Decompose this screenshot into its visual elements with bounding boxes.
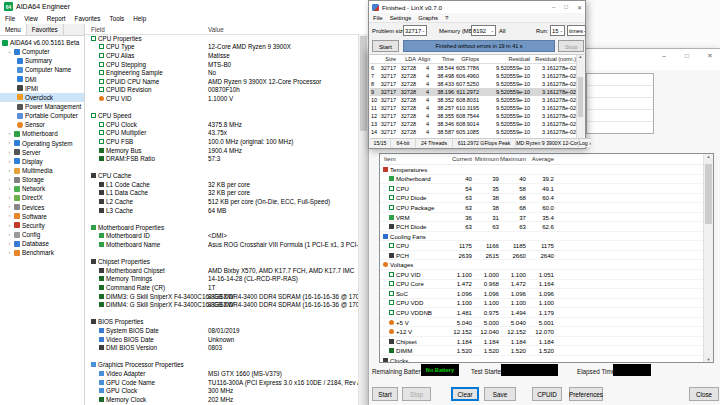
chevron-right-icon[interactable]: › [7, 140, 12, 146]
linx-menu-item-graphs[interactable]: Graphs [418, 15, 438, 21]
sidebar-item-multimedia[interactable]: ›Multimedia [0, 166, 84, 175]
sidebar-item-sensor[interactable]: Sensor [0, 120, 84, 129]
sensor-scrollbar[interactable]: ▲ ▼ [703, 154, 713, 362]
close-icon[interactable]: ✕ [577, 4, 582, 11]
run-unit-select[interactable]: times ⌄ [567, 25, 586, 36]
chevron-right-icon[interactable]: › [7, 168, 12, 174]
sidebar-item-summary[interactable]: Summary [0, 56, 84, 65]
chevron-right-icon[interactable]: › [7, 250, 12, 256]
chevron-right-icon[interactable]: › [7, 195, 12, 201]
status-15-15: 15/15 [370, 139, 391, 147]
cpu-icon [99, 87, 104, 92]
start-button[interactable]: Start [372, 387, 398, 401]
linx-menu-item-file[interactable]: File [373, 15, 383, 21]
sidebar-item-server[interactable]: ›Server [0, 148, 84, 157]
sidebar-item-motherboard[interactable]: ›Motherboard [0, 129, 84, 138]
close-button[interactable]: Close [689, 387, 719, 401]
sidebar-item-power-management[interactable]: Power Management [0, 102, 84, 111]
sidebar-item-label: Network [22, 185, 45, 192]
sensor-value: 1.100 [499, 299, 526, 306]
save-button[interactable]: Save [484, 387, 516, 401]
status-64-bit: 64-bit [391, 139, 416, 147]
sidebar-item-database[interactable]: ›Database [0, 239, 84, 248]
sidebar-item-directx[interactable]: ›DirectX [0, 193, 84, 202]
linx-stop-button[interactable]: Stop [558, 40, 584, 52]
clear-button[interactable]: Clear [451, 387, 479, 401]
sidebar-item-operating-system[interactable]: ›Operating System [0, 139, 84, 148]
sidebar-item-computer[interactable]: ⌄Computer [0, 47, 84, 56]
aida-scrollbar-thumb[interactable] [360, 36, 367, 131]
problem-size-select[interactable]: 32717 ⌄ [403, 25, 427, 36]
sidebar-item-config[interactable]: ›Config [0, 230, 84, 239]
sidebar-item-security[interactable]: ›Security [0, 221, 84, 230]
field-label: Video Adapter [106, 370, 145, 377]
sidebar-item-label: Security [22, 222, 45, 229]
status-611-2972-gflops-peak: 611.2972 GFlops Peak [453, 139, 516, 147]
chevron-right-icon[interactable]: › [7, 204, 12, 210]
chevron-right-icon[interactable]: › [7, 150, 12, 156]
chevron-right-icon[interactable]: › [7, 186, 12, 192]
aida-scrollbar[interactable] [358, 34, 368, 405]
sidebar-item-ipmi[interactable]: IPMI [0, 84, 84, 93]
minimize-icon[interactable]: – [659, 52, 669, 60]
linx-cell: 3.161278e-02 [532, 129, 578, 135]
scroll-up-icon[interactable]: ▲ [579, 55, 583, 59]
linx-result-row: 113271732728438.257610.31959.520559e-103… [370, 104, 584, 112]
maximize-icon[interactable]: □ [682, 52, 692, 60]
sidebar-item-computer-name[interactable]: Computer Name [0, 65, 84, 74]
linx-cell: 9.520559e-10 [481, 73, 532, 79]
chevron-right-icon[interactable]: › [7, 241, 12, 247]
sensor-item-label: +12 V [380, 328, 446, 335]
maximize-icon[interactable]: □ [564, 4, 568, 11]
scroll-down-icon[interactable]: ▼ [707, 357, 711, 362]
sidebar-item-portable-computer[interactable]: Portable Computer [0, 111, 84, 120]
chevron-down-icon[interactable]: ⌄ [7, 49, 12, 55]
sidebar-item-overclock[interactable]: Overclock [0, 93, 84, 102]
linx-scrollbar-thumb[interactable] [578, 77, 583, 117]
menu-item-report[interactable]: Report [47, 15, 66, 22]
menu-item-view[interactable]: View [24, 15, 38, 22]
menu-item-help[interactable]: Help [133, 15, 146, 22]
preferences-button[interactable]: Preferences [569, 387, 603, 401]
minimize-icon[interactable]: – [552, 4, 555, 11]
chevron-right-icon[interactable]: › [7, 223, 12, 229]
linx-table-scrollbar[interactable]: ▲ ▼ [576, 55, 584, 143]
close-icon[interactable]: ✕ [705, 52, 715, 60]
cpuid-button[interactable]: CPUID [532, 387, 562, 401]
chevron-right-icon[interactable]: › [7, 213, 12, 219]
linx-menu-item-[interactable]: ? [445, 15, 448, 21]
aida-icon [2, 40, 8, 46]
sensor-value: 63 [446, 204, 472, 211]
tab-menu[interactable]: Menu [0, 24, 27, 35]
memory-select[interactable]: 8192 ⌄ [471, 25, 496, 36]
run-count-select[interactable]: 15 ⌄ [550, 25, 565, 36]
sidebar-item-network[interactable]: ›Network [0, 184, 84, 193]
menu-item-file[interactable]: File [5, 15, 15, 22]
linx-col-residual-norm: Residual (norm.) [532, 56, 578, 62]
aida64-titlebar[interactable]: 64 AIDA64 Engineer [0, 0, 368, 13]
chevron-right-icon[interactable]: › [7, 177, 12, 183]
sidebar-item-aida64-v6-00-5161-beta[interactable]: AIDA64 v6.00.5161 Beta [0, 38, 84, 47]
tab-favorites[interactable]: Favorites [27, 24, 64, 35]
linx-menu-item-settings[interactable]: Settings [390, 15, 412, 21]
sidebar-item-devices[interactable]: ›Devices [0, 203, 84, 212]
chevron-right-icon[interactable]: › [7, 159, 12, 165]
linx-titlebar[interactable]: Finished - LinX v0.7.0 – □ ✕ [369, 1, 585, 13]
sidebar-item-benchmark[interactable]: ›Benchmark [0, 248, 84, 257]
linx-start-button[interactable]: Start [372, 40, 399, 52]
chevron-down-icon: ⌄ [583, 28, 587, 33]
sensor-scrollbar-thumb[interactable] [705, 164, 712, 224]
menu-item-favorites[interactable]: Favorites [75, 15, 101, 22]
menu-item-tools[interactable]: Tools [110, 15, 125, 22]
mem-icon [99, 294, 104, 299]
sidebar-item-display[interactable]: ›Display [0, 157, 84, 166]
col-maximum: Maximum [499, 156, 526, 162]
chevron-right-icon[interactable]: › [7, 131, 12, 137]
scroll-up-icon[interactable]: ▲ [707, 154, 711, 159]
section-spacer [85, 309, 358, 318]
storage-icon [14, 177, 20, 183]
sidebar-item-software[interactable]: ›Software [0, 212, 84, 221]
sidebar-item-storage[interactable]: ›Storage [0, 175, 84, 184]
sidebar-item-dmi[interactable]: DMI [0, 75, 84, 84]
chevron-right-icon[interactable]: › [7, 232, 12, 238]
